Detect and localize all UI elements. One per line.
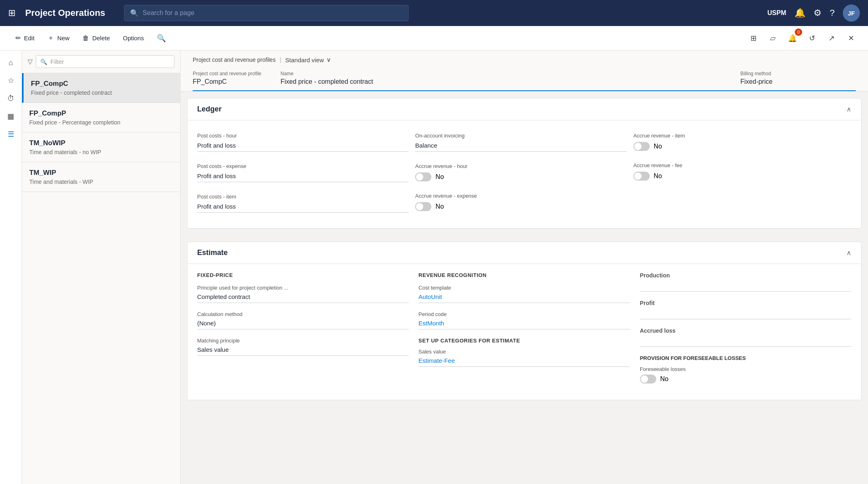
period-code-value[interactable]: EstMonth [418, 320, 630, 329]
sidebar-icon-favorites[interactable]: ☆ [3, 72, 19, 89]
accrue-revenue-hour-toggle[interactable] [415, 172, 431, 181]
list-item-fp-compp[interactable]: FP_CompP Fixed price - Percentage comple… [22, 103, 180, 133]
accrue-revenue-fee-toggle-label: No [654, 172, 662, 180]
edit-button[interactable]: ✏ Edit [10, 31, 40, 46]
refresh-icon[interactable]: ↺ [805, 31, 819, 46]
principle-field: Principle used for project completion ..… [197, 285, 409, 303]
accrue-revenue-expense-toggle-row: No [415, 202, 627, 211]
accrue-revenue-fee-label: Accrue revenue - fee [633, 162, 845, 168]
sidebar-icon-home[interactable]: ⌂ [3, 55, 19, 71]
notification-icon[interactable]: 🔔 [794, 8, 805, 18]
billing-method-label: Billing method [740, 71, 849, 76]
std-view-label: Standard view [285, 57, 324, 63]
list-items: FP_CompC Fixed price - completed contrac… [22, 73, 180, 484]
setup-categories-header: SET UP CATEGORIES FOR ESTIMATE [418, 338, 630, 344]
accrue-revenue-item-toggle-label: No [654, 143, 662, 150]
profit-value [640, 309, 851, 319]
post-costs-expense-value: Profit and loss [197, 172, 409, 182]
estimate-section-header[interactable]: Estimate ∧ [187, 242, 861, 264]
accrue-revenue-hour-field: Accrue revenue - hour No [415, 159, 633, 189]
post-costs-hour-label: Post costs - hour [197, 133, 409, 139]
avatar[interactable]: JF [843, 4, 860, 22]
form-header: Project cost and revenue profile FP_Comp… [193, 68, 856, 91]
sidebar-icon-recent[interactable]: ⏱ [3, 90, 19, 107]
list-filter-bar: ▽ 🔍 [22, 50, 180, 73]
delete-icon: 🗑 [83, 35, 89, 42]
cost-template-value[interactable]: AutoUnit [418, 293, 630, 303]
estimate-section: Estimate ∧ FIXED-PRICE Principle used fo… [187, 242, 861, 400]
accrued-loss-field: Accrued loss [640, 327, 851, 347]
grid-view-icon[interactable]: ⊞ [746, 31, 761, 46]
name-field: Name Fixed price - completed contract [274, 68, 734, 91]
filter-input[interactable] [50, 58, 170, 65]
provision-header: PROVISION FOR FORESEEABLE LOSSES [640, 355, 851, 361]
open-external-icon[interactable]: ↗ [824, 31, 839, 46]
content-area: Project cost and revenue profiles | Stan… [181, 50, 868, 484]
accrue-revenue-hour-toggle-label: No [435, 173, 444, 181]
post-costs-hour-value: Profit and loss [197, 142, 409, 152]
badge-icon[interactable]: 🔔 0 [785, 31, 800, 46]
close-icon[interactable]: ✕ [844, 31, 858, 46]
cost-template-label: Cost template [418, 285, 630, 291]
accrue-revenue-expense-toggle[interactable] [415, 202, 431, 211]
billing-method-field: Billing method Fixed-price [734, 68, 856, 91]
on-account-invoicing-label: On-account invoicing [415, 133, 627, 139]
accrue-revenue-hour-toggle-row: No [415, 172, 627, 181]
sales-value-value[interactable]: Estimate-Fee [418, 357, 630, 367]
delete-button[interactable]: 🗑 Delete [77, 31, 115, 46]
foreseeable-losses-toggle-row: No [640, 375, 851, 384]
app-title: Project Operations [25, 8, 105, 18]
list-item-title: TM_NoWIP [29, 139, 173, 147]
content-header: Project cost and revenue profiles | Stan… [181, 50, 868, 92]
accrue-revenue-expense-field: Accrue revenue - expense No [415, 189, 633, 218]
sidebar-icons: ⌂ ☆ ⏱ ▦ ☰ [0, 50, 22, 484]
new-button[interactable]: ＋ New [42, 31, 75, 46]
revenue-recognition-header: REVENUE RECOGNITION [418, 272, 630, 278]
help-icon[interactable]: ? [830, 8, 835, 18]
ledger-section: Ledger ∧ Post costs - hour Profit and lo… [187, 98, 861, 229]
sidebar-icon-list[interactable]: ☰ [3, 126, 19, 142]
layout-icon[interactable]: ▱ [766, 31, 780, 46]
period-code-field: Period code EstMonth [418, 311, 630, 329]
list-item-fp-compc[interactable]: FP_CompC Fixed price - completed contrac… [22, 73, 180, 103]
search-input[interactable] [143, 9, 402, 17]
calc-method-label: Calculation method [197, 311, 409, 317]
post-costs-item-value: Profit and loss [197, 203, 409, 213]
filter-icon[interactable]: ▽ [28, 58, 33, 65]
estimate-title: Estimate [197, 249, 228, 257]
search-bar[interactable]: 🔍 [124, 5, 409, 21]
accrue-revenue-item-label: Accrue revenue - item [633, 133, 845, 139]
main-layout: ⌂ ☆ ⏱ ▦ ☰ ▽ 🔍 FP_CompC Fixed price - com… [0, 50, 868, 484]
fixed-price-col: FIXED-PRICE Principle used for project c… [197, 272, 409, 392]
sidebar-icon-calendar[interactable]: ▦ [3, 108, 19, 124]
list-item-title: TM_WIP [29, 169, 173, 177]
standard-view-dropdown[interactable]: Standard view ∨ [285, 56, 331, 63]
list-item-tm-nowip[interactable]: TM_NoWIP Time and materials - no WIP [22, 133, 180, 162]
settings-icon[interactable]: ⚙ [814, 8, 822, 18]
filter-input-wrap[interactable]: 🔍 [36, 55, 174, 68]
foreseeable-losses-toggle[interactable] [640, 375, 656, 384]
billing-method-value: Fixed-price [740, 78, 849, 85]
ledger-section-header[interactable]: Ledger ∧ [187, 98, 861, 120]
list-item-tm-wip[interactable]: TM_WIP Time and materials - WIP [22, 162, 180, 192]
search-icon: 🔍 [130, 9, 139, 17]
post-costs-item-field: Post costs - item Profit and loss [197, 190, 415, 220]
accrue-revenue-item-toggle[interactable] [633, 142, 650, 151]
list-item-subtitle: Time and materials - no WIP [29, 149, 173, 155]
estimate-grid: FIXED-PRICE Principle used for project c… [197, 272, 851, 392]
options-button[interactable]: Options [117, 31, 150, 46]
accrue-revenue-fee-toggle[interactable] [633, 172, 650, 181]
grid-icon[interactable]: ⊞ [8, 8, 15, 18]
list-item-title: FP_CompP [29, 109, 173, 118]
accrue-revenue-item-toggle-row: No [633, 142, 845, 151]
chevron-down-icon: ∨ [326, 56, 331, 63]
sales-value-field: Sales value Estimate-Fee [418, 349, 630, 367]
estimate-chevron-icon: ∧ [846, 249, 851, 257]
cmd-right-actions: ⊞ ▱ 🔔 0 ↺ ↗ ✕ [746, 31, 858, 46]
search-cmd-icon[interactable]: 🔍 [151, 31, 172, 46]
topbar-right: USPM 🔔 ⚙ ? JF [768, 4, 860, 22]
post-costs-hour-field: Post costs - hour Profit and loss [197, 129, 415, 159]
breadcrumb: Project cost and revenue profiles [193, 57, 276, 63]
period-code-label: Period code [418, 311, 630, 317]
calc-method-value: (None) [197, 320, 409, 329]
